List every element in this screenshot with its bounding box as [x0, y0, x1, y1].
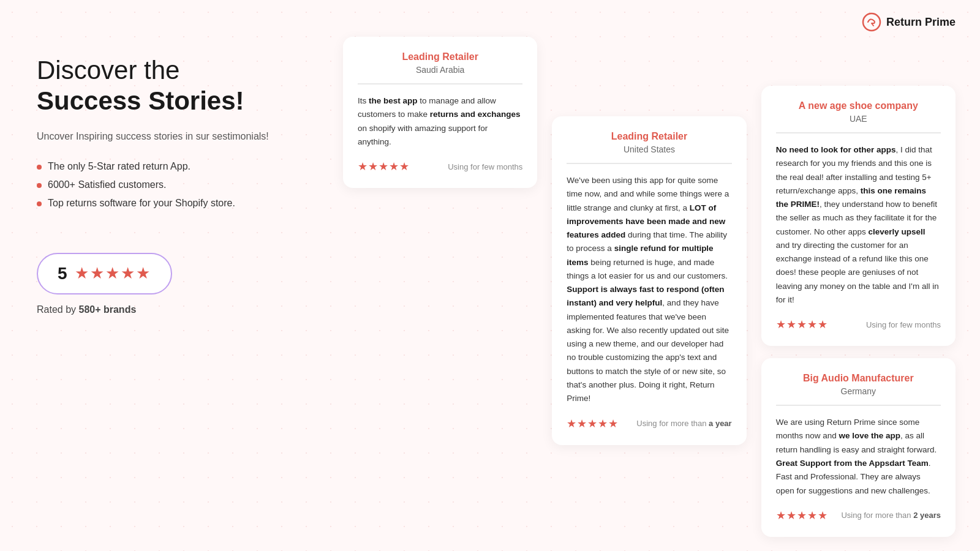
header: Return Prime: [862, 12, 956, 32]
feature-list: The only 5-Star rated return App. 6000+ …: [37, 161, 294, 209]
col-3: A new age shoe company UAE No need to lo…: [761, 37, 956, 514]
us-reviewer-location: United States: [567, 144, 731, 154]
germany-duration: Using for more than 2 years: [841, 511, 941, 520]
us-reviewer-name: Leading Retailer: [567, 131, 731, 142]
bullet-dot-3: [37, 201, 42, 206]
us-review-text: We've been using this app for quite some…: [567, 174, 731, 406]
saudi-card-footer: ★★★★★ Using for few months: [358, 160, 522, 173]
cards-area: Leading Retailer Saudi Arabia Its the be…: [343, 37, 956, 514]
feature-label-3: Top returns software for your Shopify st…: [48, 198, 235, 209]
us-duration: Using for more than a year: [636, 419, 731, 428]
uae-reviewer-location: UAE: [776, 114, 941, 124]
card-uae-header: A new age shoe company UAE: [776, 100, 941, 133]
rating-number: 5: [58, 264, 67, 283]
col-2: Leading Retailer United States We've bee…: [552, 37, 746, 514]
card-germany: Big Audio Manufacturer Germany We are us…: [761, 358, 956, 537]
feature-label-2: 6000+ Satisfied customers.: [48, 179, 166, 190]
germany-card-footer: ★★★★★ Using for more than 2 years: [776, 509, 941, 522]
bullet-dot-1: [37, 165, 42, 170]
saudi-reviewer-name: Leading Retailer: [358, 51, 522, 62]
card-saudi: Leading Retailer Saudi Arabia Its the be…: [343, 37, 537, 188]
svg-point-0: [863, 13, 880, 31]
subtitle-text: Uncover Inspiring success stories in sur…: [37, 129, 294, 144]
logo-text: Return Prime: [886, 16, 956, 29]
saudi-reviewer-location: Saudi Arabia: [358, 65, 522, 75]
card-us-header: Leading Retailer United States: [567, 131, 731, 164]
success-stories-label: Success Stories!: [37, 86, 294, 116]
card-us: Leading Retailer United States We've bee…: [552, 116, 746, 445]
card-germany-header: Big Audio Manufacturer Germany: [776, 373, 941, 406]
discover-label: Discover the: [37, 55, 294, 86]
feature-item-2: 6000+ Satisfied customers.: [37, 179, 294, 190]
germany-reviewer-location: Germany: [776, 386, 941, 396]
col-1: Leading Retailer Saudi Arabia Its the be…: [343, 37, 537, 514]
uae-duration: Using for few months: [866, 320, 941, 329]
saudi-duration: Using for few months: [448, 162, 522, 171]
germany-review-text: We are using Return Prime since some mon…: [776, 416, 941, 498]
germany-stars: ★★★★★: [776, 509, 828, 522]
rating-stars: ★★★★★: [75, 264, 151, 283]
feature-item-3: Top returns software for your Shopify st…: [37, 198, 294, 209]
uae-stars: ★★★★★: [776, 318, 828, 331]
uae-card-footer: ★★★★★ Using for few months: [776, 318, 941, 331]
uae-reviewer-name: A new age shoe company: [776, 100, 941, 111]
card-uae: A new age shoe company UAE No need to lo…: [761, 86, 956, 346]
us-stars: ★★★★★: [567, 417, 619, 430]
bullet-dot-2: [37, 183, 42, 188]
uae-review-text: No need to look for other apps, I did th…: [776, 143, 941, 307]
saudi-review-text: Its the best app to manage and allow cus…: [358, 94, 522, 149]
saudi-stars: ★★★★★: [358, 160, 410, 173]
rated-by-text: Rated by 580+ brands: [37, 304, 294, 315]
rating-box: 5 ★★★★★: [37, 253, 172, 294]
us-card-footer: ★★★★★ Using for more than a year: [567, 417, 731, 430]
feature-item-1: The only 5-Star rated return App.: [37, 161, 294, 172]
feature-label-1: The only 5-Star rated return App.: [48, 161, 190, 172]
card-saudi-header: Leading Retailer Saudi Arabia: [358, 51, 522, 84]
logo-icon: [862, 12, 881, 32]
germany-reviewer-name: Big Audio Manufacturer: [776, 373, 941, 384]
left-panel: Discover the Success Stories! Uncover In…: [37, 55, 294, 315]
